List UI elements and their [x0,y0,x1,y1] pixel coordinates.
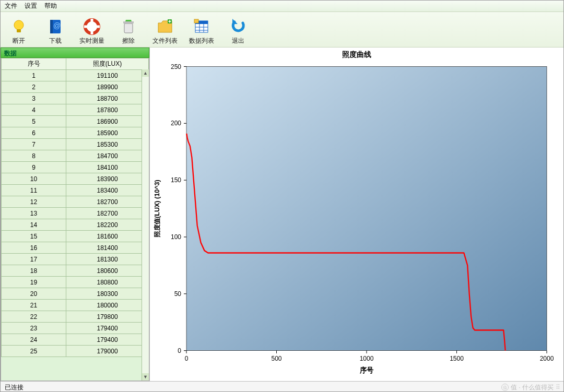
menubar: 文件 设置 帮助 [1,1,563,12]
svg-text:150: 150 [171,176,181,184]
clear-button[interactable]: 擦除 [115,14,142,45]
chart-title: 照度曲线 [150,47,563,61]
svg-point-0 [14,20,24,30]
lifebuoy-icon [83,18,101,35]
table-row[interactable]: 21180000 [2,300,149,311]
menu-settings[interactable]: 设置 [25,2,37,10]
svg-text:照度值(LUX) (10^3): 照度值(LUX) (10^3) [154,180,161,237]
svg-text:100: 100 [171,233,181,241]
table-row[interactable]: 17181300 [2,254,149,265]
table-row[interactable]: 1191100 [2,70,149,81]
table-row[interactable]: 24179400 [2,334,149,346]
toolbar: 断开 @ 下载 实时测量 擦除 文件列表 数据列表 退出 [1,12,563,47]
svg-text:50: 50 [174,290,182,298]
table-row[interactable]: 4187800 [2,104,149,116]
svg-rect-8 [124,23,133,33]
watermark: 值 值 · 什么值得买 ⠿ [501,382,559,393]
svg-text:250: 250 [171,63,181,70]
svg-text:1000: 1000 [360,354,374,362]
svg-text:@: @ [53,21,61,30]
table-row[interactable]: 9184100 [2,162,149,173]
data-grid[interactable]: 序号 照度(LUX) 11911002189900318870041878005… [1,58,149,381]
watermark-icon: 值 [501,384,509,391]
svg-text:500: 500 [272,354,282,362]
table-row[interactable]: 3188700 [2,93,149,104]
status-bar: 已连接 值 值 · 什么值得买 ⠿ [1,381,563,392]
table-row[interactable]: 10183900 [2,173,149,185]
chart-area: 0500100015002000050100150200250序号照度值(LUX… [150,61,557,378]
table-row[interactable]: 13182700 [2,208,149,219]
table-row[interactable]: 23179400 [2,323,149,334]
table-row[interactable]: 18180600 [2,265,149,277]
menu-help[interactable]: 帮助 [44,2,57,10]
table-row[interactable]: 25179000 [2,346,149,357]
svg-text:1500: 1500 [450,354,464,362]
table-row[interactable]: 16181400 [2,242,149,254]
disconnect-button[interactable]: 断开 [6,14,32,45]
svg-text:200: 200 [171,120,181,127]
svg-rect-20 [186,66,547,350]
exit-button[interactable]: 退出 [225,14,251,45]
table-row[interactable]: 8184700 [2,150,149,162]
download-button[interactable]: @ 下载 [42,14,68,45]
data-panel: 数据 序号 照度(LUX) 11911002189900318870041878… [1,47,150,381]
bulb-icon [10,18,28,35]
scrollbar[interactable]: ▲ ▼ [142,69,149,381]
table-row[interactable]: 5186900 [2,116,149,127]
scroll-down-icon[interactable]: ▼ [142,373,149,381]
svg-text:0: 0 [178,347,181,354]
status-text: 已连接 [5,382,24,393]
svg-rect-19 [194,19,198,23]
svg-rect-3 [50,20,53,33]
table-icon [193,18,210,35]
svg-text:序号: 序号 [359,366,373,374]
menu-file[interactable]: 文件 [5,2,17,10]
datalist-button[interactable]: 数据列表 [189,14,215,45]
svg-text:2000: 2000 [540,354,554,362]
trash-icon [120,18,137,35]
svg-rect-9 [123,21,134,23]
col-lux[interactable]: 照度(LUX) [66,58,149,70]
table-row[interactable]: 14182200 [2,219,149,231]
table-row[interactable]: 19180800 [2,277,149,288]
folder-plus-icon [156,18,174,35]
realtime-button[interactable]: 实时测量 [79,14,105,45]
col-seq[interactable]: 序号 [2,58,66,70]
svg-text:0: 0 [185,354,189,362]
book-icon: @ [46,18,64,35]
table-row[interactable]: 20180300 [2,288,149,300]
table-row[interactable]: 12182700 [2,196,149,208]
table-row[interactable]: 15181600 [2,231,149,242]
table-row[interactable]: 11183400 [2,185,149,196]
panel-header: 数据 [1,47,149,58]
svg-text:值: 值 [503,385,507,390]
scroll-up-icon[interactable]: ▲ [142,69,149,77]
table-row[interactable]: 7185300 [2,139,149,150]
table-row[interactable]: 6185900 [2,127,149,139]
svg-rect-1 [17,29,21,32]
filelist-button[interactable]: 文件列表 [152,14,178,45]
table-row[interactable]: 2189900 [2,81,149,93]
table-row[interactable]: 22179800 [2,311,149,323]
undo-arrow-icon [229,18,247,35]
